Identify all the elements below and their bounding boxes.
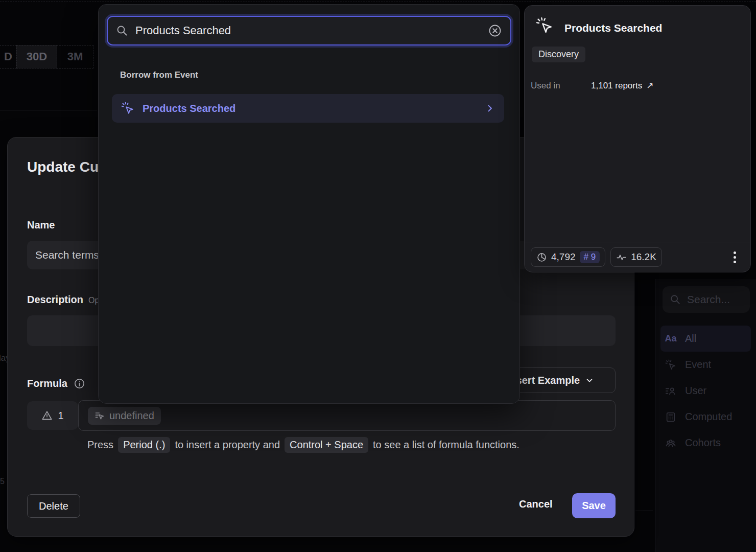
more-options-button[interactable] xyxy=(730,248,739,266)
computed-icon xyxy=(665,411,677,423)
delete-button[interactable]: Delete xyxy=(27,494,80,518)
formula-property-chip: undefined xyxy=(88,407,161,425)
event-cursor-icon xyxy=(536,17,553,34)
volume-stat-pill[interactable]: 4,792 # 9 xyxy=(531,247,605,267)
cohorts-icon xyxy=(665,438,677,449)
borrow-property-overlay: Borrow from Event Products Searched xyxy=(98,4,520,404)
save-button[interactable]: Save xyxy=(572,493,616,518)
chevron-down-icon xyxy=(585,376,594,385)
search-icon xyxy=(670,294,681,305)
search-result-products-searched[interactable]: Products Searched xyxy=(112,94,504,123)
clear-search-button[interactable] xyxy=(488,24,502,38)
formula-label: Formula xyxy=(27,378,67,389)
used-in-label: Used in xyxy=(531,81,591,91)
sidebar-item-event[interactable]: Event xyxy=(660,352,751,378)
external-link-icon: ↗ xyxy=(646,80,653,91)
card-footer: 4,792 # 9 16.2K xyxy=(525,242,750,272)
property-list-cursor-icon xyxy=(94,410,105,421)
formula-help-text: Press Period (.) to insert a property an… xyxy=(87,437,519,453)
error-count-value: 1 xyxy=(58,410,63,422)
used-in-reports-link[interactable]: 1,101 reports ↗ xyxy=(591,80,653,91)
property-type-sidebar: Search... Aa All Event User Computed xyxy=(655,279,756,552)
description-label: Description xyxy=(27,294,83,306)
name-label: Name xyxy=(27,219,55,231)
used-in-row: Used in 1,101 reports ↗ xyxy=(531,80,653,91)
info-icon[interactable] xyxy=(74,378,85,389)
time-range-3m[interactable]: 3M xyxy=(57,45,93,68)
aa-icon: Aa xyxy=(665,333,677,344)
background-dash-divider xyxy=(635,511,653,511)
sidebar-item-cohorts[interactable]: Cohorts xyxy=(660,430,751,456)
borrow-from-event-heading: Borrow from Event xyxy=(120,70,198,80)
activity-stat-pill[interactable]: 16.2K xyxy=(610,247,662,267)
formula-input[interactable]: undefined xyxy=(78,400,616,431)
cancel-button[interactable]: Cancel xyxy=(519,498,553,510)
top-divider xyxy=(0,2,756,2)
property-search-input[interactable] xyxy=(135,24,481,37)
property-type-list: Aa All Event User Computed Cohorts xyxy=(655,326,756,456)
background-divider xyxy=(0,110,97,110)
time-range-segmented-control: D 30D 3M xyxy=(0,45,93,68)
property-search-box xyxy=(107,16,511,45)
time-range-7d[interactable]: D xyxy=(0,45,17,68)
formula-label-row: Formula xyxy=(27,378,85,389)
event-details-card: Products Searched Discovery Used in 1,10… xyxy=(524,5,751,272)
user-icon xyxy=(665,385,677,397)
warning-icon xyxy=(41,410,53,421)
sidebar-search-placeholder: Search... xyxy=(687,293,730,306)
event-cursor-icon xyxy=(665,359,677,371)
formula-error-count: 1 xyxy=(27,401,78,430)
sidebar-item-all[interactable]: Aa All xyxy=(660,326,751,352)
category-badge: Discovery xyxy=(532,47,585,62)
sidebar-search-input[interactable]: Search... xyxy=(663,286,750,313)
kbd-control-space: Control + Space xyxy=(285,437,368,453)
card-title: Products Searched xyxy=(564,22,662,34)
event-cursor-icon xyxy=(121,102,134,115)
rank-badge: # 9 xyxy=(580,251,600,263)
result-label: Products Searched xyxy=(143,103,235,114)
chevron-right-icon xyxy=(485,103,495,113)
time-range-30d[interactable]: 30D xyxy=(16,45,57,68)
chart-axis-number-fragment: 5 xyxy=(0,477,5,486)
sidebar-item-computed[interactable]: Computed xyxy=(660,404,751,430)
pulse-icon xyxy=(616,252,627,263)
search-icon xyxy=(116,25,128,37)
sidebar-item-user[interactable]: User xyxy=(660,378,751,404)
kbd-period: Period (.) xyxy=(118,437,170,453)
pie-chart-icon xyxy=(536,252,547,263)
